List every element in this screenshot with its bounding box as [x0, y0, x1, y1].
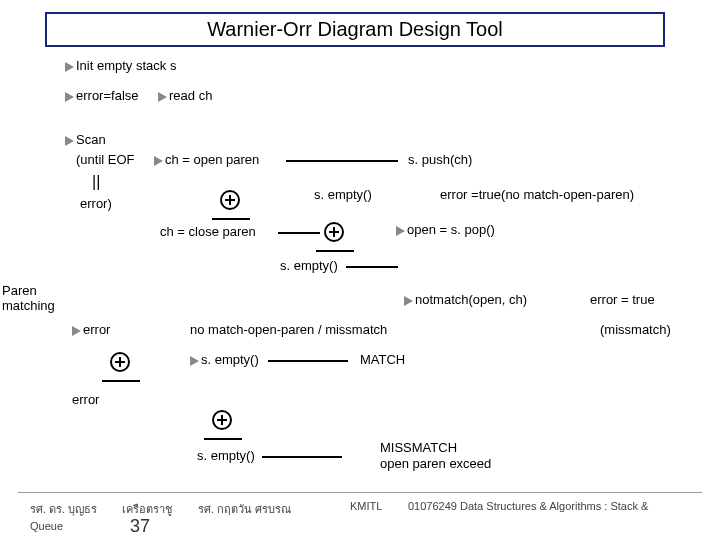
error-branch-2: error	[72, 392, 99, 407]
triangle-icon	[154, 156, 163, 166]
plus-circle-icon	[324, 222, 344, 242]
xor-3	[110, 352, 130, 372]
triangle-icon	[190, 356, 199, 366]
xor-2	[324, 222, 344, 242]
connector-line	[278, 232, 320, 234]
footer-divider	[18, 492, 702, 493]
missmatch-label: (missmatch)	[600, 322, 671, 337]
connector-line	[346, 266, 398, 268]
ch-open-paren: ch = open paren	[154, 152, 259, 167]
s-push: s. push(ch)	[408, 152, 472, 167]
footer-author-1: รศ. ดร. บุญธร	[30, 500, 97, 518]
triangle-icon	[404, 296, 413, 306]
root-paren: Paren	[2, 283, 37, 298]
page-title: Warnier-Orr Diagram Design Tool	[207, 18, 503, 40]
read-ch: read ch	[158, 88, 212, 103]
plus-circle-icon	[220, 190, 240, 210]
connector-line	[262, 456, 342, 458]
error-branch-1: error	[72, 322, 110, 337]
plus-circle-icon	[110, 352, 130, 372]
triangle-icon	[65, 92, 74, 102]
ch-close-paren: ch = close paren	[160, 224, 256, 239]
s-empty-2: s. empty()	[280, 258, 338, 273]
triangle-icon	[72, 326, 81, 336]
bar-1	[212, 218, 250, 220]
or-operator: ||	[92, 173, 100, 191]
triangle-icon	[65, 136, 74, 146]
open-pop: open = s. pop()	[396, 222, 495, 237]
triangle-icon	[396, 226, 405, 236]
plus-circle-icon	[212, 410, 232, 430]
open-exceed: open paren exceed	[380, 456, 491, 471]
s-empty-4: s. empty()	[197, 448, 255, 463]
bar-4	[204, 438, 242, 440]
footer-kmitl: KMITL	[350, 500, 382, 512]
s-empty-3: s. empty()	[190, 352, 259, 367]
match-label: MATCH	[360, 352, 405, 367]
triangle-icon	[158, 92, 167, 102]
connector-line	[286, 160, 398, 162]
page-number: 37	[130, 516, 150, 537]
until-eof: (until EOF	[76, 152, 135, 167]
root-matching: matching	[2, 298, 55, 313]
scan-label: Scan	[65, 132, 106, 147]
xor-1	[220, 190, 240, 210]
footer-course: 01076249 Data Structures & Algorithms : …	[408, 500, 648, 512]
bar-3	[102, 380, 140, 382]
title-box: Warnier-Orr Diagram Design Tool	[45, 12, 665, 47]
footer-queue: Queue	[30, 520, 63, 532]
xor-4	[212, 410, 232, 430]
connector-line	[268, 360, 348, 362]
footer-author-3: รศ. กฤตวัน ศรบรณ	[198, 500, 291, 518]
notmatch: notmatch(open, ch)	[404, 292, 527, 307]
error-close: error)	[80, 196, 112, 211]
bar-2	[316, 250, 354, 252]
s-empty-1: s. empty()	[314, 187, 372, 202]
init-stack: Init empty stack s	[65, 58, 176, 73]
missmatch-2: MISSMATCH	[380, 440, 457, 455]
no-match-msg: no match-open-paren / missmatch	[190, 322, 387, 337]
error-false: error=false	[65, 88, 139, 103]
error-true-1: error =true(no match-open-paren)	[440, 187, 634, 202]
triangle-icon	[65, 62, 74, 72]
error-true-2: error = true	[590, 292, 655, 307]
